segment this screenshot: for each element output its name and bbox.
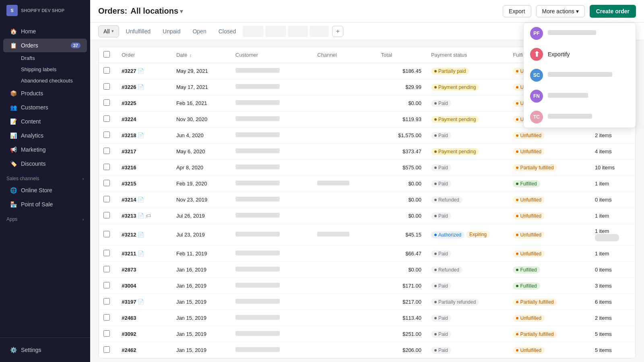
row-checkbox[interactable] (103, 180, 110, 186)
sidebar-item-label: Content (21, 118, 41, 125)
sidebar-item-content[interactable]: 📝 Content (3, 115, 87, 128)
order-link[interactable]: #3212 (122, 232, 136, 238)
row-checkbox[interactable] (103, 83, 110, 90)
order-payment-status: Payment pending (426, 111, 508, 128)
order-link[interactable]: #3225 (122, 100, 136, 106)
order-link[interactable]: #3224 (122, 116, 136, 122)
more-actions-button[interactable]: More actions ▾ (536, 5, 585, 17)
export-button[interactable]: Export (503, 5, 531, 17)
col-header-date[interactable]: Date ↕ (171, 47, 231, 63)
row-checkbox[interactable] (103, 132, 110, 138)
order-link[interactable]: #3217 (122, 148, 136, 154)
filter-tab-unfulfilled[interactable]: Unfulfilled (121, 25, 156, 37)
sidebar-item-point-of-sale[interactable]: 🏪 Point of Sale (3, 197, 87, 211)
order-customer (231, 111, 312, 128)
orders-icon: 📋 (10, 42, 17, 49)
order-payment-status: Paid (426, 246, 508, 262)
row-checkbox[interactable] (103, 67, 110, 74)
row-checkbox[interactable] (103, 164, 110, 170)
order-link[interactable]: #2873 (122, 267, 136, 273)
filter-tab-closed[interactable]: Closed (213, 25, 242, 37)
sidebar-item-shipping-labels[interactable]: Shipping labels (3, 64, 87, 75)
row-checkbox[interactable] (103, 346, 110, 353)
orders-badge: 37 (71, 43, 80, 48)
row-checkbox[interactable] (103, 231, 110, 237)
payment-badge: Paid (431, 347, 451, 354)
add-filter-tab-button[interactable]: + (332, 26, 343, 37)
sidebar-item-marketing[interactable]: 📢 Marketing (3, 143, 87, 156)
order-link[interactable]: #3227 (122, 68, 136, 74)
order-link[interactable]: #2462 (122, 347, 136, 353)
dropdown-item-5[interactable]: TC (524, 107, 636, 128)
order-link[interactable]: #3092 (122, 331, 136, 337)
select-all-checkbox[interactable] (103, 51, 110, 58)
order-date: Jul 23, 2019 (171, 224, 231, 246)
sidebar-item-abandoned-checkouts[interactable]: Abandoned checkouts (3, 75, 87, 86)
row-checkbox[interactable] (103, 212, 110, 218)
payment-badge: Payment pending (431, 116, 479, 123)
row-checkbox[interactable] (103, 330, 110, 337)
row-checkbox[interactable] (103, 266, 110, 272)
sidebar-item-drafts[interactable]: Drafts (3, 53, 87, 64)
sidebar-item-online-store[interactable]: 🌐 Online Store (3, 183, 87, 197)
home-icon: 🏠 (10, 28, 17, 35)
table-row: #3216Apr 8, 2020 $575.00PaidPartially fu… (99, 160, 636, 176)
sidebar-item-label: Settings (21, 347, 41, 353)
row-checkbox[interactable] (103, 196, 110, 202)
order-channel (312, 246, 376, 262)
order-link[interactable]: #3218 (122, 132, 136, 138)
settings-icon: ⚙️ (10, 346, 17, 354)
payment-badge: Payment pending (431, 84, 479, 91)
dropdown-item-3[interactable]: SC (524, 65, 636, 86)
dropdown-item-exportify[interactable]: ⬆ Exportify (524, 44, 636, 65)
order-link[interactable]: #3213 (122, 213, 136, 219)
order-link[interactable]: #3216 (122, 165, 136, 171)
location-selector[interactable]: All locations ▾ (130, 6, 183, 16)
row-checkbox[interactable] (103, 99, 110, 106)
order-customer (231, 192, 312, 208)
dropdown-item-1[interactable]: PF (524, 23, 636, 44)
row-checkbox[interactable] (103, 250, 110, 256)
filter-tab-open[interactable]: Open (187, 25, 211, 37)
table-row: #3217May 6, 2020 $373.47Payment pendingU… (99, 144, 636, 160)
order-fulfillment-status: Unfulfilled (508, 342, 590, 358)
filter-tab-unpaid[interactable]: Unpaid (157, 25, 186, 37)
dropdown-avatar-4: FN (530, 90, 543, 103)
col-header-total: Total (376, 47, 426, 63)
order-link[interactable]: #3197 (122, 299, 136, 305)
row-checkbox[interactable] (103, 298, 110, 304)
order-date: Jan 15, 2019 (171, 310, 231, 326)
row-checkbox[interactable] (103, 314, 110, 321)
order-link[interactable]: #2463 (122, 315, 136, 321)
exportify-logo: ⬆ (530, 48, 543, 61)
analytics-icon: 📊 (10, 132, 17, 139)
location-label: All locations (130, 6, 178, 16)
dropdown-item-4[interactable]: FN (524, 86, 636, 107)
sidebar-item-discounts[interactable]: 🏷️ Discounts (3, 157, 87, 171)
sidebar-item-home[interactable]: 🏠 Home (3, 25, 87, 38)
row-checkbox[interactable] (103, 148, 110, 154)
order-link[interactable]: #3211 (122, 251, 136, 257)
customer-name-blurred (235, 315, 280, 320)
dropdown-item-text-1 (548, 30, 629, 37)
order-link[interactable]: #3215 (122, 181, 136, 187)
sidebar-item-products[interactable]: 📦 Products (3, 86, 87, 100)
sidebar-item-settings[interactable]: ⚙️ Settings (3, 343, 87, 357)
filter-tab-blurred-4 (310, 26, 329, 37)
sidebar-item-customers[interactable]: 👥 Customers (3, 101, 87, 114)
dropdown-item-text-exportify: Exportify (548, 51, 629, 58)
sidebar-item-analytics[interactable]: 📊 Analytics (3, 129, 87, 142)
filter-tab-all[interactable]: All ▾ (98, 25, 119, 37)
sidebar-item-orders[interactable]: 📋 Orders 37 (3, 39, 87, 52)
topbar-left: Orders: All locations ▾ (98, 6, 183, 16)
order-link[interactable]: #3214 (122, 197, 136, 203)
order-items: 4 items (590, 144, 636, 160)
table-row: #3218 📄Jun 4, 2020 $1,575.00PaidUnfulfil… (99, 128, 636, 144)
order-channel (312, 63, 376, 79)
order-link[interactable]: #3226 (122, 84, 136, 90)
row-checkbox[interactable] (103, 115, 110, 122)
row-checkbox[interactable] (103, 282, 110, 288)
create-order-button[interactable]: Create order (590, 5, 636, 18)
order-link[interactable]: #3004 (122, 283, 136, 289)
customer-name-blurred (235, 197, 280, 202)
